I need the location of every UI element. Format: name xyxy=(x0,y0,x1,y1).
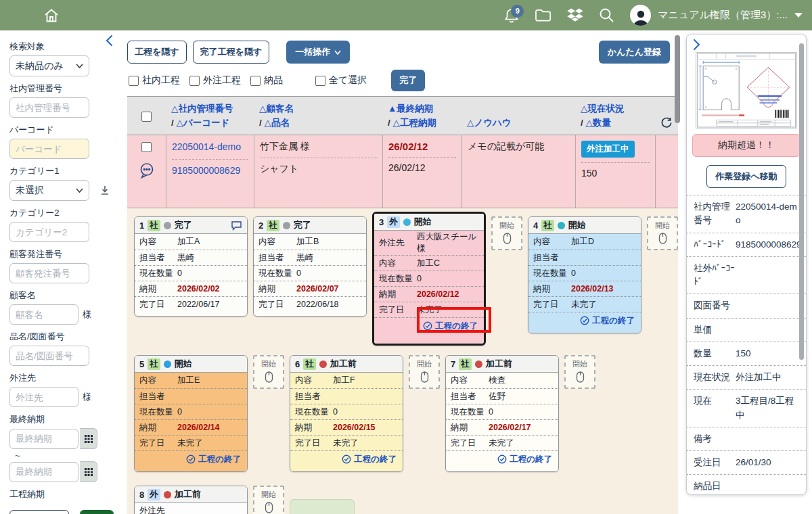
end-process-link[interactable]: 工程の終了 xyxy=(135,450,247,467)
product-name: シャフト xyxy=(260,163,298,174)
process-card-6[interactable]: 6社加工前内容加工F担当者現在数量0納期2026/02/15完了日未完了工程の終… xyxy=(290,355,403,472)
process-card-1[interactable]: 1社完了内容加工A担当者黒崎現在数量0納期2026/02/02完了日2022/0… xyxy=(134,216,248,317)
end-process-link[interactable]: 工程の終了 xyxy=(290,450,403,467)
chevron-down-icon xyxy=(76,64,83,68)
outsourcer-input[interactable] xyxy=(9,387,78,407)
sort-knowhow[interactable]: △ノウハウ xyxy=(461,97,575,135)
folder-icon[interactable] xyxy=(535,8,551,22)
final-due-calendar-button-1[interactable] xyxy=(80,428,97,449)
home-icon[interactable] xyxy=(43,7,60,24)
notifications-bell-icon[interactable]: 9 xyxy=(504,7,519,24)
green-card-partial[interactable] xyxy=(290,499,355,514)
category1-select[interactable]: 未選択 xyxy=(9,180,89,201)
search-target-select[interactable]: 未納品のみ xyxy=(9,55,89,76)
sort-internal-id[interactable]: △社内管理番号 / △バーコード xyxy=(166,97,254,135)
filter-row: 社内工程 外注工程 納品 全て選択 完了 xyxy=(129,70,425,91)
final-due-calendar-button-2[interactable] xyxy=(80,461,97,482)
checkbox-label: 外注工程 xyxy=(203,74,241,87)
dropbox-icon[interactable] xyxy=(567,8,583,22)
card-field-row: 現在数量0 xyxy=(290,404,403,419)
product-no-label: 品名/図面番号 xyxy=(9,331,114,343)
panel-collapse-icon[interactable] xyxy=(692,39,702,51)
hamburger-menu-icon[interactable] xyxy=(9,9,27,22)
drawing-thumbnail[interactable] xyxy=(696,52,797,128)
final-due-input-1[interactable] xyxy=(9,429,78,449)
process-card-5[interactable]: 5社開始内容加工E担当者現在数量0納期2026/02/14完了日未完了工程の終了 xyxy=(134,355,248,472)
card-field-value: 加工C xyxy=(417,258,479,269)
product-no-input[interactable] xyxy=(9,346,89,366)
header-checkbox[interactable] xyxy=(141,112,152,122)
easy-register-button[interactable]: かんたん登録 xyxy=(599,41,670,64)
card-field-label: 内容 xyxy=(451,375,489,386)
process-card-2[interactable]: 2社完了内容加工B担当者黒崎現在数量0納期2026/02/07完了日2022/0… xyxy=(253,216,367,317)
search-button[interactable]: 検索 xyxy=(80,510,114,514)
checkbox-internal-process[interactable] xyxy=(129,76,139,86)
start-dropzone[interactable]: 開始 xyxy=(647,216,678,250)
card-status-label: 開始 xyxy=(414,216,432,228)
process-due-label: 工程納期 xyxy=(9,488,114,500)
end-process-link[interactable]: 工程の終了 xyxy=(528,312,641,329)
card-field-row: 担当者黒崎 xyxy=(135,250,247,265)
start-dropzone[interactable]: 開始 xyxy=(253,355,284,389)
card-field-label: 完了日 xyxy=(379,304,417,316)
start-dropzone[interactable]: 開始 xyxy=(564,355,595,389)
panel-info-row: 数量150 xyxy=(687,342,806,366)
clear-conditions-button[interactable]: 条件クリア xyxy=(9,510,69,514)
barcode-input[interactable] xyxy=(9,139,89,159)
process-card-8[interactable]: 8外加工前外注先 xyxy=(134,486,248,514)
account-menu[interactable]: マニュアル権限（管理3）:... xyxy=(630,5,803,26)
customer-name-input[interactable] xyxy=(9,304,78,325)
card-field-label: 現在数量 xyxy=(295,406,333,418)
process-card-4[interactable]: 4社開始内容加工D担当者現在数量0納期2026/02/13完了日未完了工程の終了 xyxy=(528,216,641,333)
checkbox-label: 納品 xyxy=(264,74,283,87)
card-memo-bubble[interactable] xyxy=(231,220,242,231)
card-field-value: 0 xyxy=(489,407,554,417)
sort-status[interactable]: △現在状況 / △数量 xyxy=(575,97,655,135)
card-field-label: 内容 xyxy=(139,236,177,248)
checkbox-outsourced-process[interactable] xyxy=(189,76,200,86)
start-dropzone[interactable]: 開始 xyxy=(491,216,522,250)
start-dropzone[interactable]: 開始 xyxy=(409,355,440,389)
card-body: 内容加工A担当者黒崎現在数量0納期2026/02/02完了日2022/06/17 xyxy=(135,234,247,316)
internal-id-link[interactable]: 22050014-demo xyxy=(172,141,248,154)
end-process-link[interactable]: 工程の終了 xyxy=(446,450,558,467)
category1-download-icon[interactable] xyxy=(100,185,110,195)
card-field-label: 内容 xyxy=(295,375,333,386)
main-scrollbar-thumb[interactable] xyxy=(675,35,680,123)
sort-customer[interactable]: △顧客名 / △品名 xyxy=(254,97,382,135)
bulk-action-button[interactable]: 一括操作 xyxy=(286,41,350,64)
card-number: 1 xyxy=(139,220,144,231)
sidebar-collapse-icon[interactable] xyxy=(104,34,114,47)
barcode-link[interactable]: 9185000008629 xyxy=(172,164,248,178)
hide-process-button[interactable]: 工程を隠す xyxy=(127,41,187,64)
memo-bubble-icon[interactable] xyxy=(138,162,156,179)
checkbox-select-all[interactable] xyxy=(315,76,325,86)
card-field-label: 現在数量 xyxy=(139,268,177,279)
card-field-label: 現在数量 xyxy=(379,273,417,285)
card-field-label: 完了日 xyxy=(295,438,333,449)
process-card-7[interactable]: 7社加工前内容検査担当者佐野現在数量0納期2026/02/17完了日未完了工程の… xyxy=(445,355,559,472)
orders-table: △社内管理番号 / △バーコード △顧客名 / △品名 ▲最終納期 / △工程納… xyxy=(127,96,678,208)
row-checkbox[interactable] xyxy=(141,142,152,152)
final-due-input-2[interactable] xyxy=(9,462,78,482)
hide-done-process-button[interactable]: 完了工程を隠す xyxy=(193,41,270,64)
search-icon[interactable] xyxy=(599,7,614,23)
move-to-work-register-button[interactable]: 作業登録へ移動 xyxy=(706,165,786,188)
panel-scrollbar-thumb[interactable] xyxy=(799,43,804,360)
process-card-3[interactable]: 3外開始外注先西大阪スチール様内容加工C現在数量0納期2026/02/12完了日… xyxy=(372,212,486,346)
category2-input[interactable] xyxy=(9,222,89,242)
internal-id-input[interactable] xyxy=(9,97,89,118)
status-badge: 外注加工中 xyxy=(581,141,635,158)
done-button[interactable]: 完了 xyxy=(391,70,425,91)
start-dropzone[interactable]: 開始 xyxy=(253,486,284,514)
toolbar: 工程を隠す 完了工程を隠す 一括操作 かんたん登録 xyxy=(127,41,678,64)
memo-bubble-icon[interactable] xyxy=(231,220,242,231)
customer-order-no-input[interactable] xyxy=(9,263,89,283)
checkbox-delivery[interactable] xyxy=(250,76,261,86)
table-row[interactable]: 22050014-demo 9185000008629 竹下金属 様 シャフト … xyxy=(127,135,678,208)
sort-due-date[interactable]: ▲最終納期 / △工程納期 xyxy=(382,97,461,135)
end-process-link[interactable]: 工程の終了 xyxy=(374,317,484,334)
card-field-row: 完了日未完了 xyxy=(135,435,247,450)
panel-row-value xyxy=(736,480,802,493)
panel-row-value xyxy=(736,262,802,289)
